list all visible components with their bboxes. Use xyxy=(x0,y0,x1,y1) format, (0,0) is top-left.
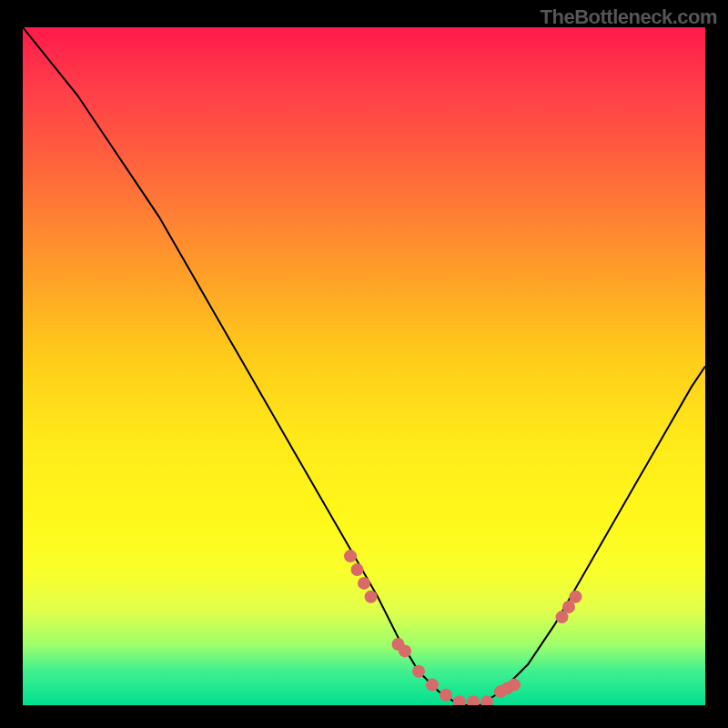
highlight-point xyxy=(365,591,378,603)
highlight-point xyxy=(467,695,480,705)
highlight-point xyxy=(570,591,582,603)
bottleneck-curve xyxy=(23,27,705,705)
attribution-text: TheBottleneck.com xyxy=(541,5,717,29)
highlight-points xyxy=(344,550,582,705)
highlight-point xyxy=(351,563,364,576)
chart-overlay xyxy=(23,27,705,705)
plot-area xyxy=(23,27,705,705)
highlight-point xyxy=(426,679,439,692)
highlight-point xyxy=(399,644,411,657)
highlight-point xyxy=(508,679,521,692)
highlight-point xyxy=(453,695,466,705)
highlight-point xyxy=(412,665,425,678)
highlight-point xyxy=(440,689,452,702)
chart-container: TheBottleneck.com xyxy=(0,0,728,728)
highlight-point xyxy=(358,577,370,590)
highlight-point xyxy=(344,550,357,562)
